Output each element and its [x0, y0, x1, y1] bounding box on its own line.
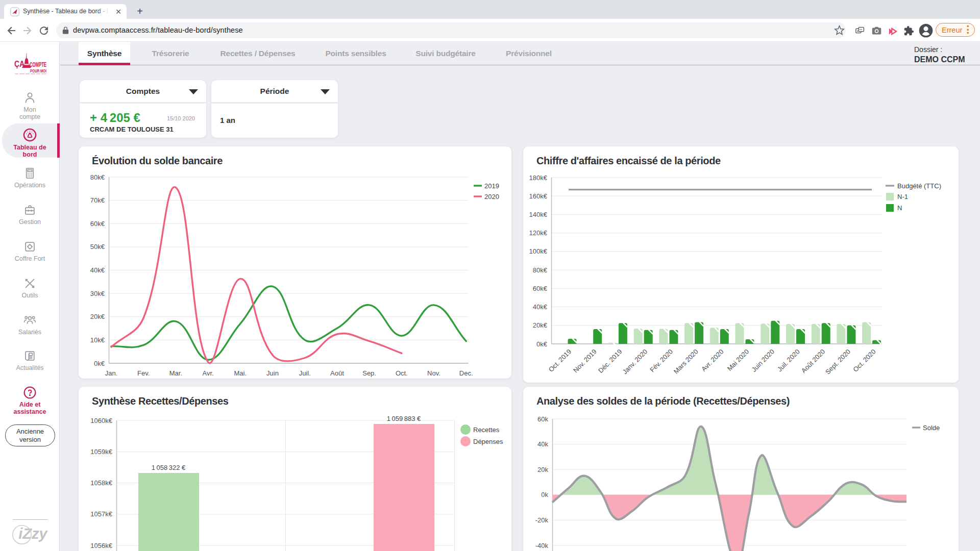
- svg-text:Dépenses: Dépenses: [473, 438, 503, 445]
- svg-text:20k€: 20k€: [90, 313, 105, 320]
- svg-text:Août: Août: [330, 369, 344, 377]
- svg-text:0k: 0k: [541, 491, 548, 498]
- svg-text:1 059 883 €: 1 059 883 €: [387, 415, 421, 422]
- svg-text:120k€: 120k€: [529, 229, 548, 237]
- svg-text:Solde: Solde: [923, 424, 940, 432]
- svg-text:1056k€: 1056k€: [90, 542, 112, 549]
- svg-text:POUR MOI: POUR MOI: [30, 68, 46, 73]
- svg-text:1060k€: 1060k€: [90, 417, 112, 424]
- svg-text:80k€: 80k€: [90, 173, 105, 181]
- svg-text:Nov. 2019: Nov. 2019: [572, 348, 598, 374]
- svg-text:40k€: 40k€: [533, 303, 548, 311]
- svg-text:Avr.: Avr.: [203, 369, 214, 377]
- svg-text:60k€: 60k€: [533, 285, 548, 292]
- svg-text:180k€: 180k€: [529, 174, 548, 182]
- svg-text:Avr. 2020: Avr. 2020: [700, 348, 725, 373]
- svg-text:Oct. 2019: Oct. 2019: [547, 348, 573, 373]
- svg-text:160k€: 160k€: [529, 192, 548, 200]
- svg-text:Déc. 2019: Déc. 2019: [597, 348, 624, 375]
- svg-text:Budgété (TTC): Budgété (TTC): [897, 182, 941, 190]
- svg-text:N-1: N-1: [897, 193, 908, 201]
- svg-text:Mar.: Mar.: [169, 369, 182, 377]
- svg-text:Dec.: Dec.: [459, 369, 473, 377]
- svg-text:Juin: Juin: [266, 369, 279, 377]
- svg-text:Juil. 2020: Juil. 2020: [776, 348, 801, 373]
- svg-text:1058k€: 1058k€: [90, 479, 112, 487]
- svg-text:ÇA: ÇA: [14, 60, 24, 68]
- svg-text:Oct.: Oct.: [396, 369, 408, 377]
- svg-text:N: N: [897, 204, 902, 212]
- svg-text:Fév. 2020: Fév. 2020: [648, 348, 674, 374]
- svg-text:60k: 60k: [537, 415, 548, 423]
- svg-text:Mai.: Mai.: [234, 369, 247, 377]
- svg-text:80k€: 80k€: [533, 266, 548, 274]
- svg-text:40k: 40k: [537, 440, 548, 448]
- svg-text:Sept. 2020: Sept. 2020: [824, 348, 852, 376]
- svg-text:Fev.: Fev.: [137, 369, 150, 377]
- svg-text:Juil.: Juil.: [299, 369, 311, 377]
- svg-text:70k€: 70k€: [90, 196, 105, 204]
- svg-text:0k€: 0k€: [94, 360, 105, 367]
- svg-text:40k€: 40k€: [90, 266, 105, 274]
- svg-text:Mars 2020: Mars 2020: [672, 348, 700, 375]
- svg-text:Jan.: Jan.: [105, 369, 118, 377]
- svg-text:20k€: 20k€: [533, 321, 548, 329]
- svg-text:100k€: 100k€: [529, 247, 548, 255]
- svg-text:60k€: 60k€: [90, 220, 105, 228]
- svg-text:Nov.: Nov.: [427, 369, 440, 377]
- svg-text:1059k€: 1059k€: [90, 448, 112, 456]
- svg-text:140k€: 140k€: [529, 211, 548, 218]
- svg-text:Oct. 2020: Oct. 2020: [851, 348, 877, 373]
- svg-text:Janv. 2020: Janv. 2020: [621, 348, 649, 376]
- svg-text:1 058 322 €: 1 058 322 €: [152, 464, 186, 471]
- svg-text:-40k: -40k: [535, 542, 549, 549]
- svg-text:Août 2020: Août 2020: [800, 348, 827, 375]
- svg-text:Mai 2020: Mai 2020: [726, 348, 750, 372]
- svg-text:Recettes: Recettes: [473, 426, 500, 434]
- svg-text:50k€: 50k€: [90, 243, 105, 251]
- svg-text:2019: 2019: [484, 182, 499, 190]
- svg-text:30k€: 30k€: [90, 290, 105, 297]
- svg-text:10k€: 10k€: [90, 336, 105, 344]
- svg-text:-20k: -20k: [535, 516, 549, 524]
- svg-text:1057k€: 1057k€: [90, 510, 112, 518]
- svg-text:2020: 2020: [484, 193, 499, 201]
- svg-text:Sep.: Sep.: [362, 369, 376, 377]
- svg-text:Juin 2020: Juin 2020: [750, 348, 775, 373]
- svg-text:0k€: 0k€: [536, 340, 548, 348]
- svg-text:COMPTE: COMPTE: [30, 61, 46, 68]
- svg-text:20k: 20k: [537, 466, 548, 473]
